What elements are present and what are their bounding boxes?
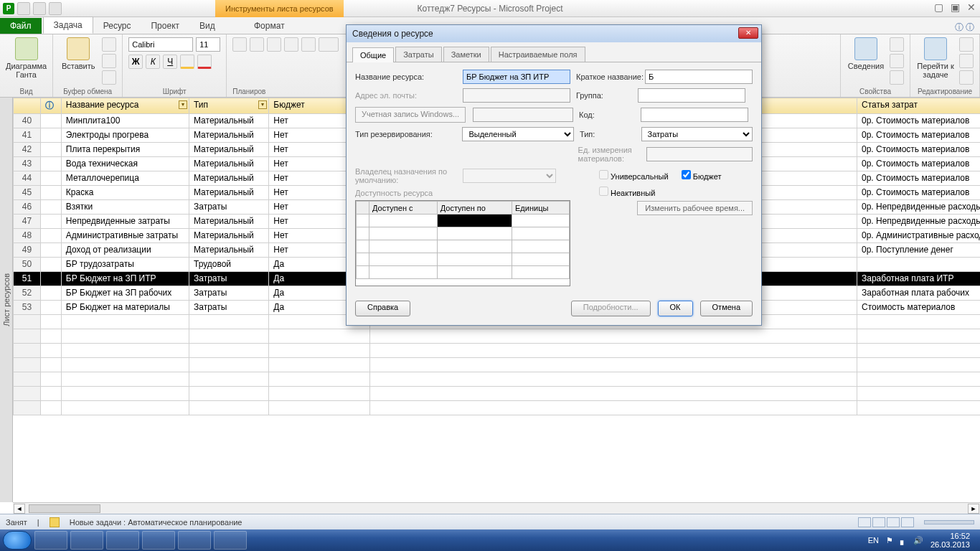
cell[interactable]: [40, 200, 61, 215]
cell[interactable]: Материальный: [189, 128, 268, 143]
bold-icon[interactable]: Ж: [128, 55, 143, 69]
close-icon[interactable]: ✕: [967, 1, 976, 13]
horizontal-scrollbar[interactable]: ◄ ►: [13, 502, 980, 514]
cell[interactable]: [40, 157, 61, 171]
cell[interactable]: [189, 387, 268, 401]
taskbar-app1-icon[interactable]: [142, 531, 175, 550]
dialog-titlebar[interactable]: Сведения о ресурсе ✕: [347, 25, 761, 42]
row-number[interactable]: 52: [14, 286, 41, 301]
tab-task[interactable]: Задача: [43, 17, 93, 34]
row-number[interactable]: 45: [14, 186, 41, 200]
cell[interactable]: [40, 315, 61, 329]
cell[interactable]: Стоимость материалов: [857, 301, 980, 315]
cut-icon[interactable]: [102, 37, 116, 52]
cell[interactable]: [269, 387, 369, 401]
table-row[interactable]: [14, 329, 981, 344]
cell[interactable]: Металлочерепица: [61, 171, 189, 186]
lang-indicator[interactable]: EN: [868, 536, 879, 545]
cell[interactable]: Материальный: [189, 114, 268, 128]
sched-btn-6[interactable]: [319, 37, 339, 52]
qat-redo-icon[interactable]: [49, 2, 62, 15]
fill-color-icon[interactable]: [180, 55, 194, 69]
format-painter-icon[interactable]: [102, 70, 116, 85]
copy-icon[interactable]: [102, 54, 116, 68]
cell[interactable]: [269, 372, 369, 387]
cell[interactable]: [857, 344, 980, 358]
change-hours-button[interactable]: Изменить рабочее время...: [637, 201, 753, 215]
col-header[interactable]: ⓘ: [40, 98, 61, 114]
cell[interactable]: [369, 401, 857, 415]
tab-format[interactable]: Формат: [244, 18, 295, 34]
dtab-custom[interactable]: Настраиваемые поля: [491, 47, 585, 62]
cell[interactable]: [40, 229, 61, 243]
cell[interactable]: [269, 358, 369, 372]
cell[interactable]: [40, 329, 61, 344]
qat-save-icon[interactable]: [17, 2, 30, 15]
row-number[interactable]: 51: [14, 272, 41, 286]
cell[interactable]: БР трудозатраты: [61, 258, 189, 272]
cell[interactable]: [857, 315, 980, 329]
sched-btn-3[interactable]: [267, 37, 281, 52]
view-3-icon[interactable]: [887, 517, 900, 527]
cell[interactable]: [269, 329, 369, 344]
cell[interactable]: [40, 372, 61, 387]
cell[interactable]: Затраты: [189, 286, 268, 301]
cell[interactable]: БР Бюджет на материалы: [61, 301, 189, 315]
tab-project[interactable]: Проект: [141, 18, 189, 34]
goto-button[interactable]: Перейти к задаче: [916, 37, 955, 79]
taskbar-project-icon[interactable]: [214, 531, 247, 550]
scroll-thumb[interactable]: [29, 504, 100, 513]
cell[interactable]: [40, 143, 61, 157]
code-input[interactable]: [641, 108, 748, 122]
table-row[interactable]: [14, 387, 981, 401]
edit-btn-3[interactable]: [959, 70, 974, 85]
edit-btn-2[interactable]: [959, 54, 974, 68]
cell[interactable]: [369, 358, 857, 372]
dtab-notes[interactable]: Заметки: [443, 47, 489, 62]
cell[interactable]: [189, 329, 268, 344]
cell[interactable]: [14, 358, 41, 372]
table-row[interactable]: [14, 401, 981, 415]
col-header[interactable]: Тип▾: [189, 98, 268, 114]
cell[interactable]: [40, 344, 61, 358]
maximize-icon[interactable]: ▣: [951, 1, 960, 13]
cell[interactable]: [189, 358, 268, 372]
italic-icon[interactable]: К: [146, 55, 160, 69]
view-4-icon[interactable]: [901, 517, 914, 527]
cell[interactable]: 0р. Стоимость материалов: [857, 114, 980, 128]
cell[interactable]: [14, 344, 41, 358]
cell[interactable]: [61, 401, 189, 415]
cell[interactable]: [369, 344, 857, 358]
scroll-left-icon[interactable]: ◄: [14, 504, 25, 514]
cell[interactable]: [40, 243, 61, 258]
cell[interactable]: [40, 186, 61, 200]
ok-button[interactable]: ОК: [658, 301, 693, 316]
cell[interactable]: [857, 258, 980, 272]
table-row[interactable]: [14, 358, 981, 372]
cell[interactable]: [857, 401, 980, 415]
cell[interactable]: Административные затраты: [61, 229, 189, 243]
cell[interactable]: [269, 344, 369, 358]
cell[interactable]: [61, 372, 189, 387]
info-button[interactable]: Сведения: [847, 37, 885, 70]
table-row[interactable]: [14, 372, 981, 387]
taskbar-ie-icon[interactable]: [34, 531, 67, 550]
cell[interactable]: Краска: [61, 186, 189, 200]
cell[interactable]: Непредвиденные затраты: [61, 215, 189, 229]
check-budget[interactable]: Бюджет: [682, 170, 722, 181]
cell[interactable]: БР Бюджет на ЗП ИТР: [61, 272, 189, 286]
view-1-icon[interactable]: [858, 517, 871, 527]
taskbar-media-icon[interactable]: [106, 531, 139, 550]
cell[interactable]: [189, 372, 268, 387]
cell[interactable]: [40, 387, 61, 401]
cell[interactable]: 0р. Стоимость материалов: [857, 128, 980, 143]
scroll-right-icon[interactable]: ►: [968, 504, 979, 514]
col-header[interactable]: [14, 98, 41, 114]
col-header[interactable]: Название ресурса▾: [61, 98, 189, 114]
edit-btn-1[interactable]: [959, 37, 974, 52]
dtab-general[interactable]: Общие: [352, 47, 394, 62]
cell[interactable]: Взятки: [61, 200, 189, 215]
cell[interactable]: Затраты: [189, 272, 268, 286]
cell[interactable]: [61, 358, 189, 372]
cell[interactable]: [369, 372, 857, 387]
